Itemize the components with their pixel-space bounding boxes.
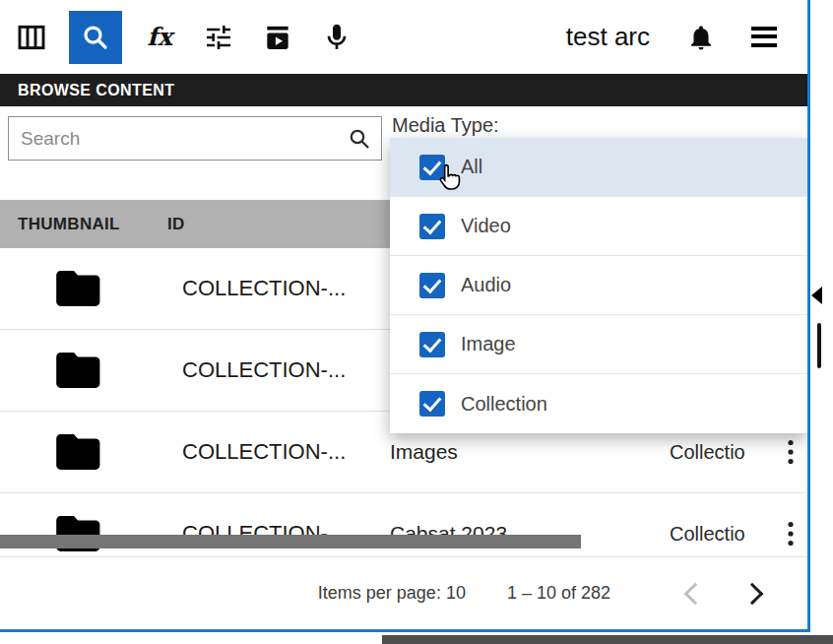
search-nav-button[interactable] (69, 11, 122, 64)
fx-icon: fx (147, 25, 172, 49)
option-label: Collection (461, 393, 547, 416)
toolbar-left-group: fx (10, 11, 358, 64)
col-header-thumbnail[interactable]: THUMBNAIL (0, 215, 158, 234)
folder-icon (55, 351, 102, 390)
next-page-button[interactable] (741, 582, 764, 605)
panel-collapse-arrow[interactable] (811, 287, 822, 304)
toolbar-right-group: test arc (566, 16, 786, 59)
row-title: Images (390, 440, 670, 464)
tune-icon (203, 22, 234, 53)
content-area: Media Type: THUMBNAIL ID COLLECTION-... … (0, 106, 807, 556)
media-bin-button[interactable] (10, 16, 53, 59)
subscriptions-icon (262, 22, 293, 53)
browse-content-label: BROWSE CONTENT (18, 82, 174, 99)
checkbox-checked-icon[interactable] (419, 214, 445, 239)
media-type-option-collection[interactable]: Collection (390, 374, 807, 433)
folder-icon (55, 269, 102, 308)
media-type-option-image[interactable]: Image (390, 315, 807, 374)
notifications-button[interactable] (679, 16, 723, 59)
row-type: Collectio (670, 523, 776, 546)
option-label: Audio (461, 274, 511, 296)
checkbox-checked-icon[interactable] (419, 391, 445, 417)
folder-icon (55, 432, 102, 472)
checkbox-checked-icon[interactable] (419, 273, 445, 298)
kebab-icon (788, 439, 794, 465)
prev-page-button[interactable] (684, 582, 707, 605)
browse-content-bar: BROWSE CONTENT (0, 74, 807, 106)
row-id: COLLECTION-... (158, 357, 390, 383)
filters-tune-button[interactable] (197, 16, 240, 59)
right-gutter (810, 0, 833, 644)
media-type-option-audio[interactable]: Audio (390, 256, 807, 315)
effects-button[interactable]: fx (138, 16, 181, 59)
paginator: Items per page: 10 1 – 10 of 282 (0, 556, 807, 629)
search-box (8, 116, 382, 161)
row-menu-button[interactable] (776, 439, 805, 465)
media-type-option-all[interactable]: All (390, 138, 807, 197)
window-horizontal-scrollbar[interactable] (382, 635, 833, 644)
search-input[interactable] (9, 128, 348, 150)
top-toolbar: fx test arc (0, 0, 807, 74)
hamburger-menu-icon (751, 27, 777, 47)
video-queue-button[interactable] (256, 16, 299, 59)
items-per-page-label[interactable]: Items per page: 10 (318, 583, 466, 604)
row-id: COLLECTION-... (158, 439, 390, 465)
option-label: All (461, 156, 482, 178)
search-icon (81, 23, 110, 52)
microphone-button[interactable] (315, 16, 358, 59)
media-type-label: Media Type: (392, 114, 499, 137)
row-id: COLLECTION-... (158, 276, 390, 301)
search-field-icon[interactable] (348, 127, 371, 151)
row-menu-button[interactable] (776, 521, 805, 547)
app-window: fx test arc (0, 0, 810, 632)
option-label: Image (461, 333, 516, 355)
kebab-icon (788, 521, 794, 547)
menu-button[interactable] (742, 16, 786, 59)
film-icon (16, 22, 47, 53)
media-type-dropdown: All Video Audio Image Collection (390, 138, 807, 433)
checkbox-checked-icon[interactable] (419, 155, 445, 180)
bell-icon (686, 23, 716, 52)
checkbox-checked-icon[interactable] (419, 332, 445, 357)
option-label: Video (461, 215, 511, 237)
horizontal-scrollbar[interactable] (0, 535, 581, 548)
app-title: test arc (566, 22, 650, 52)
row-type: Collectio (670, 441, 776, 464)
microphone-icon (321, 22, 352, 53)
vertical-scrollbar[interactable] (817, 323, 821, 368)
media-type-option-video[interactable]: Video (390, 197, 807, 256)
page-range-label: 1 – 10 of 282 (507, 583, 610, 604)
